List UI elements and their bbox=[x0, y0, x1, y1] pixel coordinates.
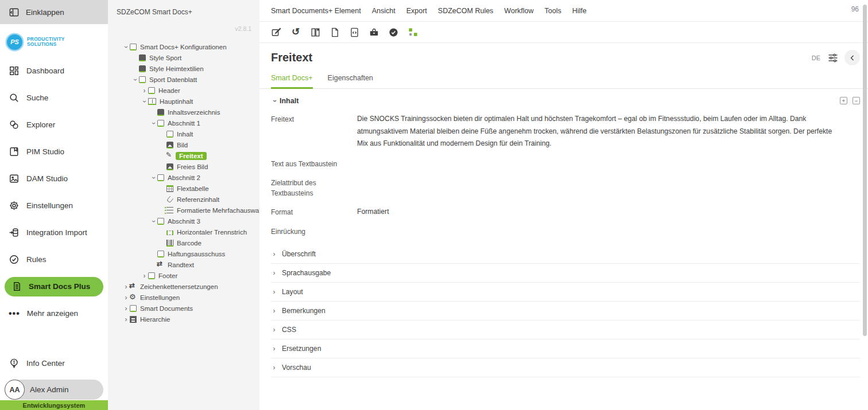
tree-node[interactable]: Footer bbox=[117, 270, 259, 281]
tree-node-label: Footer bbox=[155, 272, 177, 279]
gear-icon bbox=[130, 294, 137, 301]
divider-icon bbox=[166, 231, 173, 235]
field-value[interactable] bbox=[357, 225, 860, 237]
tree-node[interactable]: Hierarchie bbox=[117, 314, 259, 325]
section-header-collapsed[interactable]: Bemerkungen bbox=[271, 302, 860, 321]
sidebar-item-suche[interactable]: Suche bbox=[0, 84, 108, 111]
structure-icon[interactable] bbox=[406, 26, 419, 38]
tree-node[interactable]: Horizontaler Trennstrich bbox=[117, 227, 259, 237]
section-header-collapsed[interactable]: Sprachausgabe bbox=[271, 264, 860, 283]
tree-chevron-icon[interactable] bbox=[122, 43, 130, 51]
tree-node[interactable]: Style Sport bbox=[117, 52, 259, 63]
section-header-collapsed[interactable]: CSS bbox=[271, 321, 860, 339]
sidebar-item-info-center[interactable]: Info Center bbox=[0, 350, 108, 376]
tree-node[interactable]: Bild bbox=[117, 139, 259, 150]
tree-chevron-icon[interactable] bbox=[141, 87, 148, 95]
section-header-collapsed[interactable]: Überschrift bbox=[271, 245, 860, 264]
sidebar-item-smart-docs-plus[interactable]: Smart Docs Plus bbox=[0, 273, 108, 300]
tree-node[interactable]: Smart Documents bbox=[117, 303, 259, 314]
section-label: Sprachausgabe bbox=[282, 269, 331, 277]
sidebar-item-explorer[interactable]: Explorer bbox=[0, 111, 108, 138]
tree-node[interactable]: Formatierte Mehrfachauswahl bbox=[117, 205, 259, 216]
tree-chevron-icon[interactable] bbox=[150, 174, 157, 182]
tree-chevron-icon[interactable] bbox=[122, 304, 130, 313]
sidebar-item-dashboard[interactable]: Dashboard bbox=[0, 57, 108, 84]
menu-item[interactable]: Export bbox=[406, 7, 427, 15]
tree-node[interactable]: Freies Bild bbox=[117, 161, 259, 172]
approved-check-icon[interactable] bbox=[387, 26, 400, 38]
sidebar-item-pim-studio[interactable]: PIM Studio bbox=[0, 138, 108, 165]
section-inhalt-header[interactable]: Inhalt + − bbox=[271, 93, 860, 108]
sidebar-item-dam-studio[interactable]: DAM Studio bbox=[0, 165, 108, 192]
tree-chevron-icon[interactable] bbox=[122, 315, 130, 323]
sidebar-item-rules[interactable]: Rules bbox=[0, 246, 108, 273]
tree-node[interactable]: Sport Datenblatt bbox=[117, 74, 259, 85]
section-header-collapsed[interactable]: Layout bbox=[271, 283, 860, 302]
tree-node[interactable]: Style Heimtextilien bbox=[117, 63, 259, 74]
tree-node[interactable]: Referenzinhalt bbox=[117, 194, 259, 205]
collapse-sidebar-button[interactable]: Einklappen bbox=[0, 0, 108, 24]
tree-node[interactable]: Inhaltsverzeichnis bbox=[117, 107, 259, 118]
user-menu[interactable]: AA Alex Admin bbox=[5, 380, 103, 400]
collapse-detail-button[interactable] bbox=[844, 50, 860, 65]
field-value[interactable]: Formatiert bbox=[357, 206, 860, 218]
field-value[interactable]: Die SNOCKS Trainingssocken bieten dir op… bbox=[357, 113, 860, 150]
tree-chevron-icon[interactable] bbox=[150, 119, 157, 127]
tree-chevron-icon[interactable] bbox=[150, 217, 157, 225]
bookmark-icon bbox=[157, 109, 164, 116]
code-file-icon[interactable] bbox=[348, 26, 361, 38]
tab-smart-docs[interactable]: Smart Docs+ bbox=[271, 72, 313, 89]
tree-node[interactable]: Randtext bbox=[117, 259, 259, 270]
tree-node[interactable]: Zeichenkettenersetzungen bbox=[117, 281, 259, 292]
tree-node[interactable]: Abschnitt 2 bbox=[117, 172, 259, 183]
tab-eigenschaften[interactable]: Eigenschaften bbox=[328, 72, 373, 88]
filter-sliders-icon[interactable] bbox=[827, 52, 839, 64]
sidebar-item-integration-import[interactable]: Integration Import bbox=[0, 219, 108, 246]
tree-node[interactable]: Einstellungen bbox=[117, 292, 259, 303]
pages-icon[interactable] bbox=[309, 26, 321, 38]
tree-node[interactable]: Freitext bbox=[117, 150, 259, 161]
tree-node[interactable]: Header bbox=[117, 85, 259, 96]
menu-item[interactable]: Hilfe bbox=[572, 7, 587, 15]
menu-item[interactable]: SDZeCOM Rules bbox=[438, 7, 494, 15]
menu-item[interactable]: Tools bbox=[545, 7, 561, 15]
field-value[interactable] bbox=[357, 177, 860, 198]
tree-node[interactable]: Hauptinhalt bbox=[117, 96, 259, 107]
tree-node-label: Referenzinhalt bbox=[173, 196, 219, 203]
refresh-icon[interactable]: ↺ bbox=[289, 25, 302, 38]
sidebar-item-einstellungen[interactable]: Einstellungen bbox=[0, 192, 108, 219]
tree-node[interactable]: Barcode bbox=[117, 237, 259, 248]
tree-node[interactable]: Abschnitt 3 bbox=[117, 216, 259, 227]
info-center-icon bbox=[9, 358, 20, 369]
tree-node[interactable]: Abschnitt 1 bbox=[117, 118, 259, 128]
tree-node[interactable]: Inhalt bbox=[117, 128, 259, 139]
tree-chevron-icon[interactable] bbox=[141, 97, 148, 106]
edit-icon[interactable] bbox=[270, 26, 282, 38]
toolbox-icon[interactable] bbox=[367, 26, 380, 38]
tree-node-label: Smart Docs+ Konfigurationen bbox=[137, 44, 227, 50]
integration-import-icon bbox=[9, 227, 20, 238]
app-window: Einklappen PS PRODUCTIVITY SOLUTIONS Das… bbox=[0, 0, 868, 410]
tree-node[interactable]: Flextabelle bbox=[117, 183, 259, 194]
sidebar-item-mehr-anzeigen[interactable]: ••• Mehr anzeigen bbox=[0, 300, 108, 327]
menu-item[interactable]: Workflow bbox=[504, 7, 533, 15]
tree-node[interactable]: Smart Docs+ Konfigurationen bbox=[117, 41, 259, 52]
collapse-all-icon[interactable]: − bbox=[852, 97, 860, 104]
menu-item[interactable]: Ansicht bbox=[372, 7, 396, 15]
section-header-collapsed[interactable]: Vorschau bbox=[271, 358, 860, 377]
field-value[interactable] bbox=[357, 158, 860, 169]
more-ellipsis-icon: ••• bbox=[9, 309, 20, 319]
pdf-file-icon[interactable] bbox=[328, 26, 341, 38]
tree-chevron-icon[interactable] bbox=[131, 76, 139, 84]
page-title: Freitext bbox=[271, 51, 812, 64]
tree-node-label: Horizontaler Trennstrich bbox=[173, 229, 247, 236]
tree-node[interactable]: Haftungsausschuss bbox=[117, 248, 259, 259]
expand-all-icon[interactable]: + bbox=[840, 97, 847, 104]
section-label: Überschrift bbox=[282, 250, 316, 258]
section-header-collapsed[interactable]: Ersetzungen bbox=[271, 339, 860, 358]
tree-chevron-icon[interactable] bbox=[141, 272, 148, 280]
language-label[interactable]: DE bbox=[812, 54, 820, 61]
vertical-scrollbar[interactable] bbox=[863, 5, 867, 336]
tree-node-label: Inhaltsverzeichnis bbox=[164, 109, 220, 116]
menu-item[interactable]: Smart Documents+ Element bbox=[271, 7, 361, 15]
